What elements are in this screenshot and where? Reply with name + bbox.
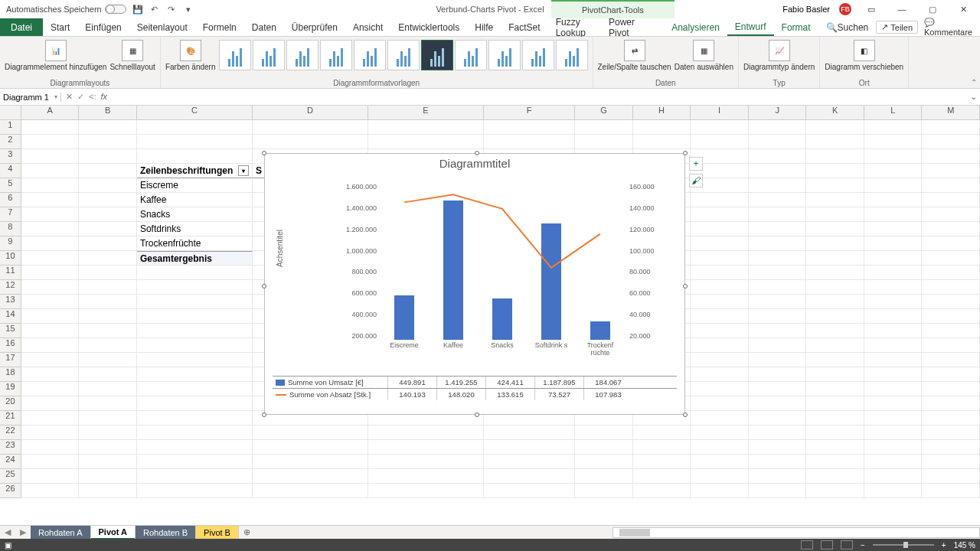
change-chart-type-button[interactable]: 📈Diagrammtyp ändern — [743, 38, 815, 71]
cell[interactable] — [749, 222, 807, 236]
cell[interactable] — [864, 455, 923, 469]
cell[interactable] — [749, 411, 807, 425]
cancel-formula-icon[interactable]: ✕ — [66, 92, 73, 102]
cell[interactable] — [806, 222, 864, 236]
pivot-chart[interactable]: + 🖌 Diagrammtitel Achsentitel 1.600.0001… — [264, 153, 685, 415]
cell[interactable] — [137, 484, 253, 498]
cell[interactable] — [137, 309, 253, 324]
tab-formeln[interactable]: Formeln — [195, 18, 244, 36]
cell[interactable] — [691, 135, 749, 149]
cell[interactable] — [806, 484, 864, 498]
cell[interactable] — [806, 193, 864, 207]
cell[interactable] — [79, 484, 137, 498]
cell[interactable] — [79, 455, 137, 469]
cell[interactable] — [21, 425, 80, 440]
cell[interactable] — [691, 251, 749, 266]
cell[interactable] — [368, 440, 484, 455]
cell[interactable] — [691, 193, 749, 207]
cell[interactable] — [864, 382, 923, 396]
redo-icon[interactable]: ↷ — [166, 4, 177, 15]
switch-row-col-button[interactable]: ⇄Zeile/Spalte tauschen — [598, 38, 671, 71]
cell[interactable] — [864, 280, 923, 295]
cell[interactable] — [79, 367, 137, 382]
page-layout-view-icon[interactable] — [821, 540, 833, 549]
cell[interactable] — [691, 120, 749, 135]
cell[interactable] — [864, 295, 923, 309]
save-icon[interactable]: 💾 — [132, 4, 143, 15]
cell[interactable] — [137, 469, 253, 484]
cell[interactable] — [749, 120, 807, 135]
row-header[interactable]: 26 — [0, 484, 21, 498]
cell[interactable] — [922, 193, 980, 207]
cell[interactable] — [806, 338, 864, 353]
cell[interactable] — [691, 222, 749, 236]
cell[interactable] — [806, 207, 864, 222]
cell[interactable] — [806, 178, 864, 193]
cell[interactable] — [633, 469, 691, 484]
cell[interactable] — [864, 207, 923, 222]
resize-handle[interactable] — [262, 412, 266, 417]
cell[interactable] — [21, 236, 80, 251]
cell[interactable] — [137, 411, 253, 425]
autosave-toggle[interactable]: Automatisches Speichern — [6, 5, 126, 14]
select-data-button[interactable]: ▦Daten auswählen — [675, 38, 733, 71]
cell[interactable]: Zeilenbeschriftungen▾ — [137, 164, 253, 178]
cell[interactable] — [806, 280, 864, 295]
y-axis-title[interactable]: Achsentitel — [276, 230, 284, 267]
tab-file[interactable]: Datei — [0, 18, 43, 36]
cell[interactable] — [21, 324, 80, 338]
move-chart-button[interactable]: ◧Diagramm verschieben — [825, 38, 903, 71]
cell[interactable] — [864, 425, 923, 440]
cell[interactable] — [21, 149, 80, 164]
cell[interactable] — [137, 295, 253, 309]
cell[interactable] — [806, 382, 864, 396]
cell[interactable] — [749, 367, 807, 382]
col-header[interactable]: A — [21, 106, 80, 119]
cell[interactable] — [253, 455, 368, 469]
cell[interactable] — [806, 309, 864, 324]
formula-input[interactable] — [115, 93, 967, 102]
cell[interactable] — [749, 484, 807, 498]
cell[interactable] — [21, 440, 80, 455]
cell[interactable] — [79, 207, 137, 222]
cell[interactable] — [21, 295, 80, 309]
cell[interactable] — [922, 396, 980, 411]
cell[interactable]: Gesamtergebnis — [137, 251, 253, 266]
cell[interactable] — [922, 295, 980, 309]
cell[interactable] — [806, 469, 864, 484]
cell[interactable] — [864, 251, 923, 266]
cell[interactable] — [749, 338, 807, 353]
cell[interactable] — [922, 178, 980, 193]
cell[interactable] — [79, 164, 137, 178]
resize-handle[interactable] — [683, 151, 688, 155]
cell[interactable] — [749, 149, 807, 164]
cell[interactable] — [806, 440, 864, 455]
cell[interactable] — [691, 411, 749, 425]
cell[interactable] — [21, 251, 80, 266]
cell[interactable] — [137, 440, 253, 455]
col-header[interactable]: F — [484, 106, 575, 119]
add-sheet-icon[interactable]: ⊕ — [239, 527, 255, 537]
ribbon-display-icon[interactable]: ▭ — [861, 2, 882, 17]
cell[interactable] — [691, 338, 749, 353]
cell[interactable] — [922, 484, 980, 498]
close-icon[interactable]: ✕ — [952, 2, 974, 17]
cell[interactable] — [806, 367, 864, 382]
chart-title[interactable]: Diagrammtitel — [265, 154, 684, 173]
cell[interactable] — [575, 469, 633, 484]
cell[interactable] — [864, 484, 923, 498]
cell[interactable] — [806, 164, 864, 178]
cell[interactable] — [922, 222, 980, 236]
cell[interactable] — [137, 353, 253, 367]
cell[interactable] — [21, 484, 80, 498]
col-header[interactable]: D — [253, 106, 368, 119]
row-header[interactable]: 22 — [0, 425, 21, 440]
cell[interactable] — [137, 149, 253, 164]
cell[interactable] — [79, 120, 137, 135]
comments-button[interactable]: 💬 Kommentare — [924, 18, 972, 37]
cell[interactable] — [253, 440, 368, 455]
sheet-tab-rohdaten-a[interactable]: Rohdaten A — [31, 526, 91, 540]
chart-data-table[interactable]: Summe von Umsatz [€] 449.891 1.419.255 4… — [273, 376, 677, 400]
cell[interactable] — [922, 469, 980, 484]
cell[interactable] — [484, 484, 575, 498]
